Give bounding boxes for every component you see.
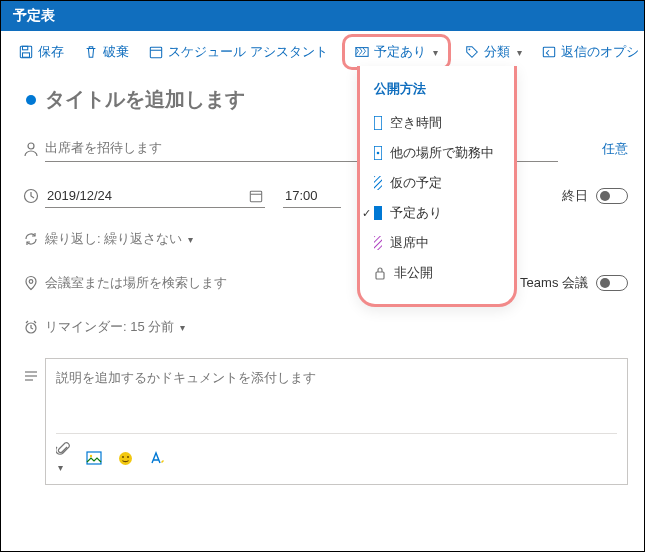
- show-as-dropdown-button[interactable]: 予定あり ▾: [342, 34, 451, 70]
- discard-label: 破棄: [103, 43, 129, 61]
- working-elsewhere-icon: [374, 146, 382, 160]
- chevron-down-icon: ▾: [433, 47, 438, 58]
- attachment-button[interactable]: ▾: [56, 442, 70, 474]
- calendar-assist-icon: [149, 45, 163, 59]
- formatting-button[interactable]: [149, 450, 165, 466]
- repeat-value: 繰り返さない: [104, 231, 182, 246]
- show-as-option-busy[interactable]: ✓ 予定あり: [374, 198, 500, 228]
- all-day-toggle[interactable]: [596, 188, 628, 204]
- svg-rect-13: [374, 206, 382, 220]
- svg-rect-1: [23, 46, 28, 50]
- teams-meeting-label: Teams 会議: [520, 274, 588, 292]
- toolbar: 保存 破棄 スケジュール アシスタント 予定あり ▾ 分類 ▾ 返信のオプシ: [1, 31, 644, 74]
- date-value: 2019/12/24: [47, 188, 112, 203]
- description-box: 説明を追加するかドキュメントを添付します ▾: [45, 358, 628, 485]
- attachment-toolbar: ▾: [56, 433, 617, 474]
- svg-point-21: [29, 280, 33, 284]
- check-icon: ✓: [362, 207, 371, 220]
- dropdown-section-title: 公開方法: [374, 80, 500, 98]
- svg-point-29: [122, 456, 124, 458]
- reply-options-button[interactable]: 返信のオプシ: [538, 39, 643, 65]
- repeat-label: 繰り返し:: [45, 231, 101, 246]
- title-input[interactable]: タイトルを追加します: [45, 86, 628, 113]
- attendees-row: 出席者を招待します 任意: [17, 135, 628, 162]
- reminder-icon: [23, 319, 39, 335]
- reminder-row: リマインダー: 15 分前 ▾: [17, 318, 628, 336]
- svg-rect-2: [23, 53, 30, 57]
- option-label: 仮の予定: [390, 174, 442, 192]
- trash-icon: [84, 45, 98, 59]
- scheduling-label: スケジュール アシスタント: [168, 43, 328, 61]
- datetime-row: 2019/12/24 17:00 終日: [17, 184, 628, 208]
- all-day-label: 終日: [562, 187, 588, 205]
- option-label: 予定あり: [390, 204, 442, 222]
- description-row: 説明を追加するかドキュメントを添付します ▾: [17, 358, 628, 485]
- show-as-option-away[interactable]: 退席中: [374, 228, 500, 258]
- svg-rect-3: [150, 47, 161, 58]
- tag-icon: [465, 45, 479, 59]
- svg-point-17: [28, 143, 34, 149]
- reminder-dropdown[interactable]: リマインダー: 15 分前 ▾: [45, 318, 185, 336]
- reminder-label: リマインダー:: [45, 319, 127, 334]
- svg-point-30: [127, 456, 129, 458]
- reply-options-label: 返信のオプシ: [561, 43, 639, 61]
- repeat-icon: [23, 231, 39, 247]
- location-icon: [23, 275, 39, 291]
- save-label: 保存: [38, 43, 64, 61]
- svg-point-6: [468, 49, 470, 51]
- show-as-label: 予定あり: [374, 43, 426, 61]
- svg-point-28: [119, 452, 132, 465]
- chevron-down-icon: ▾: [188, 234, 193, 245]
- option-label: 非公開: [394, 264, 433, 282]
- save-icon: [19, 45, 33, 59]
- title-row: タイトルを追加します: [17, 86, 628, 113]
- option-label: 空き時間: [390, 114, 442, 132]
- optional-attendees-link[interactable]: 任意: [558, 140, 628, 158]
- svg-rect-15: [374, 236, 382, 250]
- insert-emoji-button[interactable]: [118, 451, 133, 466]
- insert-image-button[interactable]: [86, 451, 102, 465]
- discard-button[interactable]: 破棄: [80, 39, 133, 65]
- svg-rect-8: [374, 116, 382, 130]
- chevron-down-icon: ▾: [517, 47, 522, 58]
- away-icon: [374, 236, 382, 250]
- categorize-label: 分類: [484, 43, 510, 61]
- option-label: 他の場所で勤務中: [390, 144, 494, 162]
- svg-rect-12: [374, 176, 382, 190]
- show-as-option-private[interactable]: 非公開: [374, 258, 500, 288]
- show-as-option-tentative[interactable]: 仮の予定: [374, 168, 500, 198]
- show-as-dropdown-panel: 公開方法 空き時間 他の場所で勤務中 仮の予定 ✓ 予定あり 退席中 非公開: [357, 66, 517, 307]
- tentative-icon: [374, 176, 382, 190]
- svg-point-10: [377, 152, 380, 155]
- busy-icon: [374, 206, 382, 220]
- categorize-button[interactable]: 分類 ▾: [461, 39, 526, 65]
- reply-options-icon: [542, 45, 556, 59]
- scheduling-assistant-button[interactable]: スケジュール アシスタント: [145, 39, 332, 65]
- show-as-icon: [355, 45, 369, 59]
- svg-point-27: [90, 455, 92, 457]
- show-as-option-working-elsewhere[interactable]: 他の場所で勤務中: [374, 138, 500, 168]
- save-button[interactable]: 保存: [15, 39, 68, 65]
- chevron-down-icon: ▾: [180, 322, 185, 333]
- show-as-option-free[interactable]: 空き時間: [374, 108, 500, 138]
- bullet-icon: [26, 95, 36, 105]
- teams-meeting-toggle[interactable]: [596, 275, 628, 291]
- lock-icon: [374, 266, 386, 280]
- repeat-row: 繰り返し: 繰り返さない ▾: [17, 230, 628, 248]
- svg-rect-16: [376, 272, 384, 279]
- description-icon: [23, 368, 39, 384]
- event-form: 公開方法 空き時間 他の場所で勤務中 仮の予定 ✓ 予定あり 退席中 非公開: [1, 74, 644, 519]
- location-row: 会議室または場所を検索します Teams 会議: [17, 270, 628, 296]
- person-icon: [23, 141, 39, 157]
- start-time-input[interactable]: 17:00: [283, 184, 341, 208]
- description-input[interactable]: 説明を追加するかドキュメントを添付します: [56, 369, 617, 427]
- svg-rect-19: [250, 191, 261, 202]
- svg-rect-26: [87, 452, 101, 464]
- clock-icon: [23, 188, 39, 204]
- free-icon: [374, 116, 382, 130]
- date-input[interactable]: 2019/12/24: [45, 184, 265, 208]
- window-title: 予定表: [1, 1, 644, 31]
- option-label: 退席中: [390, 234, 429, 252]
- reminder-value: 15 分前: [130, 319, 174, 334]
- repeat-dropdown[interactable]: 繰り返し: 繰り返さない ▾: [45, 230, 193, 248]
